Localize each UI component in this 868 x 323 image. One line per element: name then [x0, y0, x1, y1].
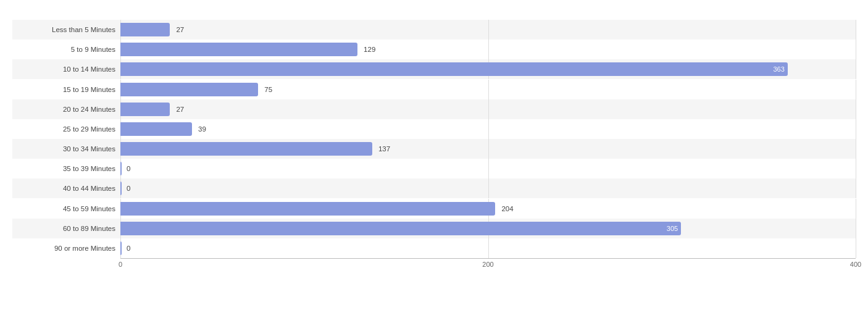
bar-row: Less than 5 Minutes27: [12, 20, 856, 40]
bar-value: 27: [176, 26, 184, 33]
bar-label: Less than 5 Minutes: [12, 26, 120, 33]
bar-row: 60 to 89 Minutes305: [12, 219, 856, 238]
grid-line: [856, 20, 856, 40]
bar-track: 27: [120, 20, 856, 40]
bar-row: 25 to 29 Minutes39: [12, 119, 856, 139]
grid-line: [856, 178, 856, 198]
bars-section: Less than 5 Minutes275 to 9 Minutes12910…: [12, 20, 856, 258]
grid-line: [856, 59, 856, 79]
grid-line: [856, 219, 856, 238]
bar-track: 39: [120, 119, 856, 139]
bar-value: 0: [127, 165, 130, 172]
bar-track: 363: [120, 59, 856, 79]
x-axis-tick: 400: [850, 261, 861, 268]
grid-line: [488, 40, 489, 59]
grid-line: [488, 119, 489, 139]
grid-line: [488, 20, 489, 40]
grid-line: [856, 159, 856, 178]
bar-label: 35 to 39 Minutes: [12, 165, 120, 172]
bar-value: 27: [176, 106, 184, 113]
bar-track: 129: [120, 40, 856, 59]
x-axis-line: [120, 258, 856, 259]
bar-row: 90 or more Minutes0: [12, 238, 856, 258]
x-axis: 0200400: [120, 258, 856, 272]
bar-track: 0: [120, 178, 856, 198]
grid-line: [488, 139, 489, 159]
bar-label: 30 to 34 Minutes: [12, 145, 120, 153]
bar-row: 10 to 14 Minutes363: [12, 59, 856, 79]
grid-line: [856, 40, 856, 59]
chart-area: Less than 5 Minutes275 to 9 Minutes12910…: [12, 20, 856, 272]
x-axis-tick: 0: [119, 261, 122, 268]
bar-label: 90 or more Minutes: [12, 245, 120, 252]
bar-row: 45 to 59 Minutes204: [12, 199, 856, 219]
grid-line: [488, 80, 489, 99]
bar-row: 20 to 24 Minutes27: [12, 99, 856, 119]
bar-label: 10 to 14 Minutes: [12, 65, 120, 73]
grid-line: [856, 199, 856, 219]
bar-fill: [120, 241, 122, 255]
bar-value: 0: [127, 185, 130, 192]
grid-line: [488, 159, 489, 178]
bar-track: 75: [120, 80, 856, 99]
bar-label: 20 to 24 Minutes: [12, 106, 120, 113]
bar-track: 0: [120, 238, 856, 258]
bar-fill: [120, 162, 122, 175]
bar-label: 15 to 19 Minutes: [12, 86, 120, 93]
bar-label: 5 to 9 Minutes: [12, 46, 120, 53]
grid-line: [856, 139, 856, 159]
grid-line: [856, 238, 856, 258]
bar-fill: 363: [120, 62, 788, 76]
bar-value: 137: [378, 145, 390, 153]
bar-fill: [120, 142, 372, 156]
chart-container: Less than 5 Minutes275 to 9 Minutes12910…: [0, 0, 868, 323]
bar-label: 25 to 29 Minutes: [12, 125, 120, 133]
bar-row: 5 to 9 Minutes129: [12, 40, 856, 59]
bar-fill: [120, 23, 170, 36]
bar-value: 39: [198, 125, 206, 133]
bar-fill: [120, 43, 357, 56]
grid-line: [488, 178, 489, 198]
bar-fill: [120, 202, 495, 216]
bar-fill: [120, 83, 258, 96]
bar-value: 75: [264, 86, 272, 93]
bar-track: 204: [120, 199, 856, 219]
bar-track: 0: [120, 159, 856, 178]
bar-value-inside: 305: [667, 225, 678, 232]
bar-row: 15 to 19 Minutes75: [12, 80, 856, 99]
x-axis-tick: 200: [482, 261, 493, 268]
bar-fill: 305: [120, 222, 681, 235]
grid-line: [488, 99, 489, 119]
bar-row: 30 to 34 Minutes137: [12, 139, 856, 159]
bar-track: 27: [120, 99, 856, 119]
bar-value: 204: [501, 205, 513, 212]
grid-line: [856, 119, 856, 139]
grid-line: [488, 238, 489, 258]
bar-row: 40 to 44 Minutes0: [12, 178, 856, 198]
grid-line: [856, 99, 856, 119]
grid-line: [856, 80, 856, 99]
bar-fill: [120, 103, 170, 116]
bar-fill: [120, 182, 122, 195]
bar-label: 40 to 44 Minutes: [12, 185, 120, 192]
bar-value-inside: 363: [773, 65, 784, 73]
bar-value: 129: [364, 46, 375, 53]
bar-track: 305: [120, 219, 856, 238]
bar-label: 45 to 59 Minutes: [12, 205, 120, 212]
bar-fill: [120, 122, 192, 136]
bar-row: 35 to 39 Minutes0: [12, 159, 856, 178]
bar-label: 60 to 89 Minutes: [12, 225, 120, 232]
bar-track: 137: [120, 139, 856, 159]
bar-value: 0: [127, 245, 130, 252]
